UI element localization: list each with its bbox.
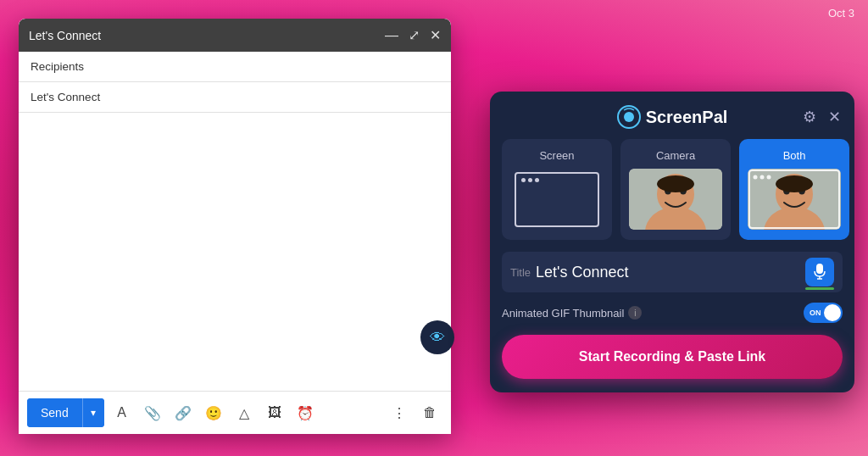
both-mode-label: Both: [783, 149, 806, 162]
compose-header: Let's Connect — ⤢ ✕: [19, 19, 451, 52]
format-text-icon[interactable]: A: [109, 400, 135, 425]
gif-toggle[interactable]: ON: [804, 303, 843, 323]
screenpal-floating-icon[interactable]: 👁: [420, 320, 454, 354]
screen-preview-outline: [515, 172, 599, 227]
send-button-group: Send ▾: [27, 398, 104, 427]
settings-icon[interactable]: ⚙: [803, 108, 816, 126]
svg-point-3: [624, 112, 634, 122]
svg-point-17: [754, 175, 758, 180]
gif-toggle-label: ON: [805, 309, 821, 317]
more-options-icon[interactable]: ⋮: [387, 400, 412, 425]
recipients-label: Recipients: [31, 60, 84, 73]
both-mode-preview: [748, 169, 841, 230]
screen-preview-dots: [521, 178, 539, 182]
start-recording-button[interactable]: Start Recording & Paste Link: [502, 335, 843, 379]
emoji-icon[interactable]: 🙂: [201, 400, 226, 425]
screen-mode-tab[interactable]: Screen: [502, 139, 612, 240]
both-mode-tab[interactable]: Both: [739, 139, 849, 240]
svg-point-9: [657, 175, 694, 192]
screenpal-name: ScreenPal: [646, 108, 728, 127]
gif-label: Animated GIF Thumbnail i: [502, 306, 804, 320]
screen-dot-2: [528, 178, 532, 182]
microphone-button[interactable]: [805, 258, 834, 286]
title-row: Title: [502, 252, 843, 292]
compose-window: Let's Connect — ⤢ ✕ Recipients Let's Con…: [19, 19, 451, 434]
drive-icon[interactable]: △: [231, 400, 257, 425]
delete-icon[interactable]: 🗑: [417, 400, 442, 425]
minimize-icon[interactable]: —: [385, 28, 398, 43]
camera-mode-tab[interactable]: Camera: [620, 139, 731, 240]
camera-face-preview: [629, 169, 722, 230]
compose-header-actions: — ⤢ ✕: [385, 27, 441, 43]
maximize-icon[interactable]: ⤢: [409, 27, 420, 43]
attach-file-icon[interactable]: 📎: [140, 400, 165, 425]
widget-close-icon[interactable]: ✕: [828, 108, 841, 126]
subject-field[interactable]: Let's Connect: [19, 82, 451, 113]
send-dropdown-button[interactable]: ▾: [82, 398, 104, 427]
compose-title: Let's Connect: [29, 29, 101, 42]
screen-dot-1: [521, 178, 526, 182]
screenpal-widget: ScreenPal ⚙ ✕ Screen Camera: [490, 92, 854, 392]
screenpal-logo: ScreenPal: [617, 105, 728, 129]
svg-point-15: [776, 175, 813, 192]
gif-toggle-row: Animated GIF Thumbnail i ON: [502, 303, 843, 323]
screenpal-logo-icon: [617, 105, 641, 129]
link-icon[interactable]: 🔗: [170, 400, 196, 425]
compose-body[interactable]: [19, 113, 451, 391]
both-preview-svg: [748, 169, 841, 230]
both-preview-container: [748, 169, 841, 230]
close-icon[interactable]: ✕: [430, 27, 441, 43]
compose-toolbar: Send ▾ A 📎 🔗 🙂 △ 🖼 ⏰ ⋮ 🗑: [19, 391, 451, 434]
svg-point-18: [760, 175, 765, 180]
date-label: Oct 3: [828, 7, 854, 19]
camera-face-svg: [629, 169, 722, 230]
svg-text:👁: 👁: [430, 329, 445, 346]
clock-icon[interactable]: ⏰: [292, 400, 318, 425]
screen-mode-preview: [510, 169, 604, 230]
gif-info-icon[interactable]: i: [628, 306, 642, 320]
camera-mode-preview: [629, 169, 722, 230]
screen-mode-label: Screen: [539, 149, 574, 162]
photo-icon[interactable]: 🖼: [262, 400, 287, 425]
svg-point-19: [767, 175, 771, 180]
title-input[interactable]: [536, 264, 800, 281]
subject-value: Let's Connect: [31, 91, 100, 103]
mode-tabs: Screen Camera: [490, 139, 854, 252]
svg-rect-20: [816, 264, 823, 274]
recipients-field[interactable]: Recipients: [19, 52, 451, 82]
send-button[interactable]: Send: [27, 398, 82, 427]
camera-mode-label: Camera: [656, 149, 695, 162]
gif-toggle-knob: [824, 304, 841, 321]
screenpal-header: ScreenPal ⚙ ✕: [490, 92, 854, 139]
screen-dot-3: [535, 178, 539, 182]
title-label: Title: [510, 266, 531, 279]
screenpal-header-actions: ⚙ ✕: [803, 108, 841, 126]
gif-label-text: Animated GIF Thumbnail: [502, 307, 624, 320]
mic-icon: [813, 264, 826, 281]
